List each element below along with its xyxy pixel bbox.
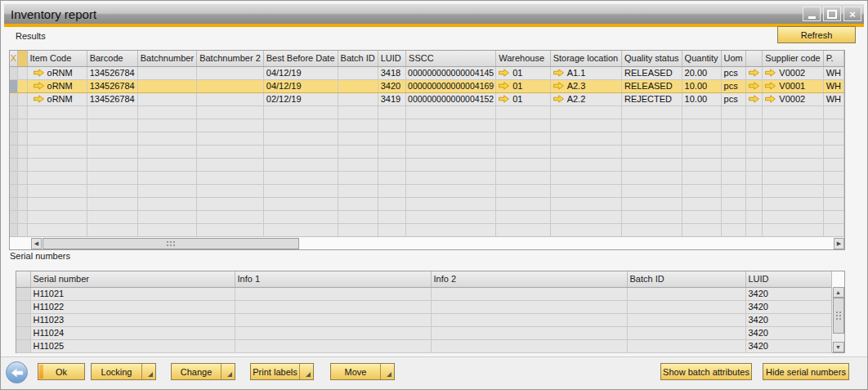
cell-batchnumber2[interactable] <box>197 92 264 105</box>
row-selector[interactable] <box>16 313 30 326</box>
cell-serial-number[interactable]: H11025 <box>30 339 235 352</box>
empty-cell[interactable] <box>87 210 137 223</box>
empty-cell[interactable] <box>406 105 496 119</box>
empty-cell[interactable] <box>197 119 264 132</box>
empty-cell[interactable] <box>87 105 137 119</box>
empty-cell[interactable] <box>406 171 496 184</box>
empty-cell[interactable] <box>621 197 682 210</box>
scroll-down-button[interactable]: ▼ <box>833 342 844 352</box>
empty-cell[interactable] <box>823 171 843 184</box>
row-selector[interactable] <box>10 210 18 223</box>
empty-cell[interactable] <box>763 171 823 184</box>
empty-cell[interactable] <box>621 171 682 184</box>
row-selector[interactable] <box>10 158 18 171</box>
empty-cell[interactable] <box>496 210 550 223</box>
empty-cell[interactable] <box>550 223 621 236</box>
cell-warehouse[interactable]: 01 <box>496 79 550 92</box>
row-selector[interactable] <box>16 339 30 352</box>
link-arrow-icon[interactable] <box>499 95 509 103</box>
empty-cell[interactable] <box>263 210 338 223</box>
cell-warehouse[interactable]: 01 <box>496 66 550 79</box>
empty-cell[interactable] <box>378 119 405 132</box>
results-empty-row[interactable] <box>10 184 844 197</box>
cell-sscc[interactable]: 000000000000004169 <box>406 79 496 92</box>
empty-cell[interactable] <box>746 197 763 210</box>
empty-cell[interactable] <box>263 158 338 171</box>
row-selector[interactable] <box>18 105 28 119</box>
empty-cell[interactable] <box>721 119 746 132</box>
cell-quantity[interactable]: 10.00 <box>682 79 721 92</box>
cell-batchnumber[interactable] <box>137 92 196 105</box>
empty-cell[interactable] <box>682 184 721 197</box>
cell-uom[interactable]: pcs <box>721 66 746 79</box>
scroll-left-button[interactable]: ◀ <box>31 238 42 249</box>
empty-cell[interactable] <box>823 210 843 223</box>
cell-best-before-date[interactable]: 04/12/19 <box>263 66 338 79</box>
empty-cell[interactable] <box>27 119 87 132</box>
serial-row[interactable]: H110233420 <box>16 313 831 326</box>
maximize-button[interactable] <box>823 7 841 21</box>
empty-cell[interactable] <box>378 171 405 184</box>
empty-cell[interactable] <box>406 210 496 223</box>
empty-cell[interactable] <box>746 223 763 236</box>
cell-quantity[interactable]: 20.00 <box>682 66 721 79</box>
column-header-link[interactable] <box>746 51 763 66</box>
empty-cell[interactable] <box>746 145 763 158</box>
empty-cell[interactable] <box>823 158 843 171</box>
column-header-sel2[interactable] <box>18 51 28 66</box>
link-arrow-icon[interactable] <box>34 95 44 103</box>
empty-cell[interactable] <box>621 210 682 223</box>
empty-cell[interactable] <box>27 132 87 145</box>
cell-batch-id[interactable] <box>627 339 745 352</box>
empty-cell[interactable] <box>496 223 550 236</box>
cell-p[interactable]: WH <box>823 92 843 105</box>
cell-info2[interactable] <box>431 313 627 326</box>
results-empty-row[interactable] <box>10 197 844 210</box>
column-header-luid[interactable]: LUID <box>745 271 831 287</box>
empty-cell[interactable] <box>27 210 87 223</box>
empty-cell[interactable] <box>823 145 843 158</box>
empty-cell[interactable] <box>87 158 137 171</box>
empty-cell[interactable] <box>263 223 338 236</box>
cell-luid[interactable]: 3420 <box>378 79 405 92</box>
empty-cell[interactable] <box>137 184 196 197</box>
empty-cell[interactable] <box>406 119 496 132</box>
link-arrow-icon[interactable] <box>34 82 44 90</box>
cell-p[interactable]: WH <box>823 79 843 92</box>
column-header-sel1[interactable]: X <box>10 51 18 66</box>
empty-cell[interactable] <box>378 105 405 119</box>
cell-storage-location[interactable]: A2.3 <box>550 79 621 92</box>
cell-sscc[interactable]: 000000000000004152 <box>406 92 496 105</box>
cell-batch-id[interactable] <box>627 287 745 300</box>
empty-cell[interactable] <box>263 184 338 197</box>
refresh-button[interactable]: Refresh <box>777 26 856 43</box>
cell-best-before-date[interactable]: 04/12/19 <box>263 79 338 92</box>
empty-cell[interactable] <box>137 171 196 184</box>
cell-batch-id[interactable] <box>627 300 745 313</box>
empty-cell[interactable] <box>338 119 378 132</box>
link-arrow-icon[interactable] <box>553 95 564 103</box>
column-header-batchnumber2[interactable]: Batchnumber 2 <box>197 51 264 66</box>
locking-menu-button[interactable] <box>141 364 155 379</box>
empty-cell[interactable] <box>87 171 137 184</box>
empty-cell[interactable] <box>197 132 264 145</box>
column-header-info1[interactable]: Info 1 <box>235 271 431 287</box>
cell-batchnumber[interactable] <box>137 66 196 79</box>
empty-cell[interactable] <box>682 145 721 158</box>
empty-cell[interactable] <box>621 132 682 145</box>
empty-cell[interactable] <box>338 105 378 119</box>
row-selector[interactable] <box>10 66 18 79</box>
column-header-uom[interactable]: Uom <box>721 51 746 66</box>
row-selector[interactable] <box>18 145 28 158</box>
empty-cell[interactable] <box>197 210 264 223</box>
row-selector[interactable] <box>18 66 28 79</box>
empty-cell[interactable] <box>823 184 843 197</box>
row-selector[interactable] <box>16 287 30 300</box>
cell-supplier-code[interactable]: V0002 <box>763 92 823 105</box>
empty-cell[interactable] <box>263 132 338 145</box>
empty-cell[interactable] <box>721 171 746 184</box>
empty-cell[interactable] <box>137 223 196 236</box>
empty-cell[interactable] <box>550 158 621 171</box>
empty-cell[interactable] <box>378 223 405 236</box>
empty-cell[interactable] <box>263 171 338 184</box>
